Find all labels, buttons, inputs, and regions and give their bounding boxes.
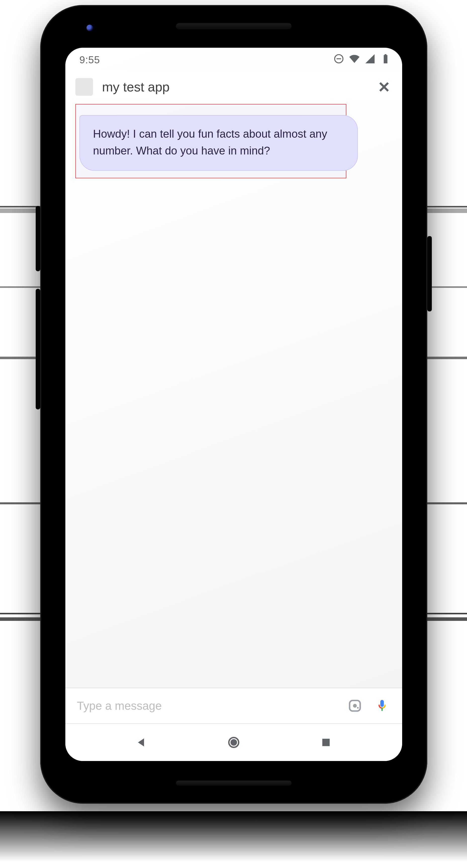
cell-signal-icon xyxy=(364,53,376,67)
phone-frame: 9:55 xyxy=(40,5,427,804)
front-camera xyxy=(86,25,93,31)
nav-home-button[interactable] xyxy=(221,730,246,755)
close-icon xyxy=(378,81,390,93)
bot-message-text: Howdy! I can tell you fun facts about al… xyxy=(93,128,327,157)
app-avatar xyxy=(76,78,93,96)
lens-icon xyxy=(348,699,362,713)
message-input-bar xyxy=(65,688,402,724)
volume-down-button xyxy=(36,289,40,409)
dnd-icon xyxy=(333,53,344,67)
battery-icon xyxy=(380,53,391,67)
phone-screen: 9:55 xyxy=(65,48,402,761)
status-bar: 9:55 xyxy=(65,48,402,72)
status-time: 9:55 xyxy=(80,54,100,66)
side-button xyxy=(427,236,432,311)
svg-point-4 xyxy=(357,707,359,709)
system-nav-bar xyxy=(65,724,402,761)
wifi-icon xyxy=(349,53,360,67)
lens-button[interactable] xyxy=(346,697,364,715)
bot-message-bubble: Howdy! I can tell you fun facts about al… xyxy=(80,115,358,171)
app-title: my test app xyxy=(102,80,367,94)
mic-button[interactable] xyxy=(373,697,391,715)
svg-rect-7 xyxy=(322,739,329,746)
power-button xyxy=(36,206,40,271)
square-recent-icon xyxy=(320,737,331,748)
message-input[interactable] xyxy=(77,699,337,713)
svg-point-3 xyxy=(353,704,357,708)
mic-icon xyxy=(375,699,389,713)
circle-home-icon xyxy=(227,736,240,749)
status-icons xyxy=(333,53,391,67)
svg-rect-1 xyxy=(337,58,341,59)
svg-point-6 xyxy=(231,739,237,746)
app-header: my test app xyxy=(65,72,402,102)
triangle-back-icon xyxy=(136,736,148,748)
nav-recent-button[interactable] xyxy=(314,730,339,755)
close-button[interactable] xyxy=(376,79,392,95)
nav-back-button[interactable] xyxy=(129,730,154,755)
chat-area[interactable]: Howdy! I can tell you fun facts about al… xyxy=(65,102,402,688)
